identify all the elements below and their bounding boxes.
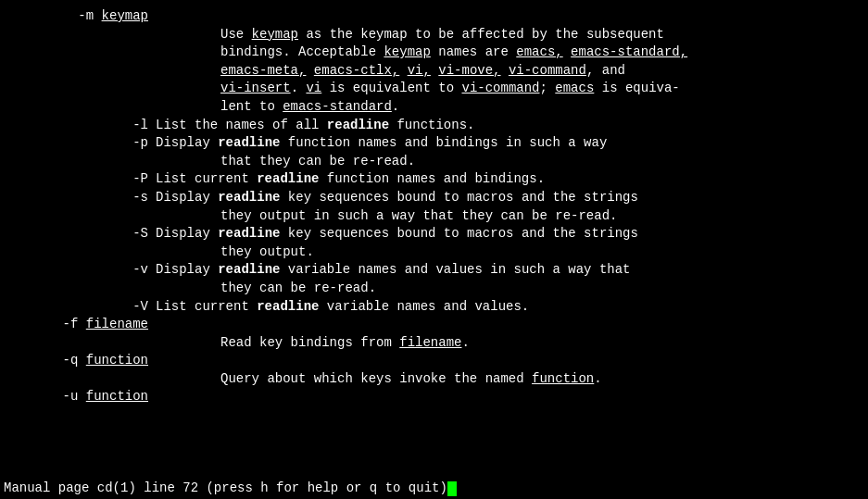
line-s-flag: -s Display readline key sequences bound … bbox=[7, 189, 861, 207]
desc-q1: Query about which keys invoke the named … bbox=[220, 370, 861, 389]
line-m-desc2: bindings. Acceptable keymap names are em… bbox=[7, 44, 861, 62]
desc-big-s1: Display readline key sequences bound to … bbox=[156, 225, 861, 243]
line-u-flag: -u function bbox=[7, 388, 861, 406]
desc-p2: that they can be re-read. bbox=[220, 153, 861, 171]
flag-big-p: -P bbox=[7, 170, 156, 189]
line-m-flag: -m keymap bbox=[7, 7, 861, 26]
line-big-p-flag: -P List current readline function names … bbox=[7, 170, 861, 189]
flag-big-v: -V bbox=[7, 298, 156, 317]
line-m-desc1: Use keymap as the keymap to be affected … bbox=[7, 26, 861, 44]
line-m-desc5: lent to emacs-standard. bbox=[7, 98, 861, 117]
status-cursor bbox=[447, 481, 457, 496]
desc-s2: they output in such a way that they can … bbox=[220, 207, 861, 226]
desc-f1: Read key bindings from filename. bbox=[220, 334, 861, 353]
desc-s1: Display readline key sequences bound to … bbox=[156, 189, 861, 207]
desc-m2: bindings. Acceptable keymap names are em… bbox=[220, 44, 861, 62]
line-s-desc2: they output in such a way that they can … bbox=[7, 207, 861, 226]
flag-l: -l bbox=[7, 117, 156, 135]
desc-big-s2: they output. bbox=[220, 243, 861, 262]
flag-v: -v bbox=[7, 261, 156, 280]
desc-m1: Use keymap as the keymap to be affected … bbox=[220, 26, 861, 44]
desc-m5: lent to emacs-standard. bbox=[220, 98, 861, 117]
flag-p: -p bbox=[7, 134, 156, 153]
desc-big-v: List current readline variable names and… bbox=[156, 298, 861, 317]
line-big-s-desc2: they output. bbox=[7, 243, 861, 262]
line-q-flag: -q function bbox=[7, 352, 861, 370]
flag-q: -q function bbox=[7, 352, 156, 370]
line-v-flag: -v Display readline variable names and v… bbox=[7, 261, 861, 280]
line-f-flag: -f filename bbox=[7, 316, 861, 334]
flag-m: -m keymap bbox=[7, 7, 156, 26]
desc-l: List the names of all readline functions… bbox=[156, 117, 861, 135]
content-area: -m keymap Use keymap as the keymap to be… bbox=[0, 7, 868, 479]
line-v-desc2: they can be re-read. bbox=[7, 280, 861, 298]
line-f-desc: Read key bindings from filename. bbox=[7, 334, 861, 353]
flag-big-s: -S bbox=[7, 225, 156, 243]
line-m-desc4: vi-insert. vi is equivalent to vi-comman… bbox=[7, 80, 861, 98]
terminal: -m keymap Use keymap as the keymap to be… bbox=[0, 0, 868, 499]
line-l-flag: -l List the names of all readline functi… bbox=[7, 117, 861, 135]
flag-s: -s bbox=[7, 189, 156, 207]
desc-p1: Display readline function names and bind… bbox=[156, 134, 861, 153]
status-text: Manual page cd(1) line 72 (press h for h… bbox=[4, 480, 447, 498]
desc-v1: Display readline variable names and valu… bbox=[156, 261, 861, 280]
line-p-flag: -p Display readline function names and b… bbox=[7, 134, 861, 153]
line-p-desc2: that they can be re-read. bbox=[7, 153, 861, 171]
desc-big-p: List current readline function names and… bbox=[156, 170, 861, 189]
flag-f: -f filename bbox=[7, 316, 156, 334]
desc-m4: vi-insert. vi is equivalent to vi-comman… bbox=[220, 80, 861, 98]
status-bar: Manual page cd(1) line 72 (press h for h… bbox=[0, 479, 868, 499]
flag-u: -u function bbox=[7, 388, 156, 406]
line-m-desc3: emacs-meta, emacs-ctlx, vi, vi-move, vi-… bbox=[7, 62, 861, 81]
line-big-s-flag: -S Display readline key sequences bound … bbox=[7, 225, 861, 243]
desc-m3: emacs-meta, emacs-ctlx, vi, vi-move, vi-… bbox=[220, 62, 861, 81]
desc-v2: they can be re-read. bbox=[220, 280, 861, 298]
line-big-v-flag: -V List current readline variable names … bbox=[7, 298, 861, 317]
line-q-desc: Query about which keys invoke the named … bbox=[7, 370, 861, 389]
